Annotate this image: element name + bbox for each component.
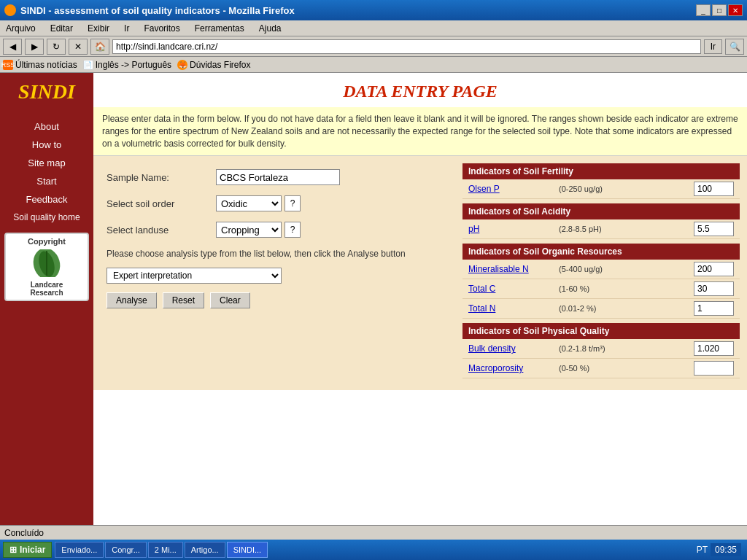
landuse-label: Select landuse	[107, 225, 216, 236]
landcare-logo	[28, 249, 65, 278]
macroporosity-link[interactable]: Macroporosity	[468, 363, 556, 373]
forward-button[interactable]: ▶	[25, 39, 44, 55]
bulkdensity-input[interactable]	[694, 341, 734, 356]
sidebar-item-about[interactable]: About	[0, 118, 93, 135]
totalc-input[interactable]	[694, 281, 734, 296]
landcare-text: LandcareResearch	[30, 281, 63, 297]
menu-exibir[interactable]: Exibir	[85, 23, 112, 34]
right-indicators: Indicators of Soil Fertility Olsen P (0-…	[462, 163, 740, 383]
physical-section: Indicators of Soil Physical Quality Bulk…	[462, 323, 740, 378]
olsen-p-range: (0-250 ug/g)	[559, 184, 694, 193]
maximize-button[interactable]: □	[712, 4, 727, 16]
clear-button[interactable]: Clear	[210, 292, 250, 308]
totaln-range: (0.01-2 %)	[559, 304, 694, 313]
mineraln-row: Mineralisable N (5-400 ug/g)	[462, 260, 740, 279]
sample-name-row: Sample Name:	[107, 169, 445, 185]
fertility-section: Indicators of Soil Fertility Olsen P (0-…	[462, 163, 740, 199]
url-input[interactable]	[112, 39, 701, 54]
olsen-p-link[interactable]: Olsen P	[468, 184, 556, 194]
firefox-icon	[4, 4, 16, 16]
menu-favoritos[interactable]: Favoritos	[141, 23, 182, 34]
go-button[interactable]: Ir	[704, 39, 722, 54]
soil-order-select-wrapper: Oxidic Allophanic Brown ?	[216, 195, 301, 211]
title-bar: SINDI - assessment of soil quality indic…	[0, 0, 747, 20]
analyse-button[interactable]: Analyse	[107, 292, 157, 308]
landuse-select[interactable]: Cropping Pastoral Forest	[216, 222, 282, 238]
sidebar-item-feedback[interactable]: Feedback	[0, 191, 93, 208]
address-bar: ◀ ▶ ↻ ✕ 🏠 Ir 🔍	[0, 36, 747, 57]
bookmark-duvidas[interactable]: 🦊 Dúvidas Firefox	[177, 60, 250, 70]
sidebar-item-sitemap[interactable]: Site map	[0, 155, 93, 171]
landuse-help[interactable]: ?	[285, 222, 301, 238]
mineraln-range: (5-400 ug/g)	[559, 265, 694, 273]
page-content-area: DATA ENTRY PAGE Please enter data in the…	[93, 73, 747, 525]
copyright-label: Copyright	[28, 237, 66, 246]
totaln-row: Total N (0.01-2 %)	[462, 299, 740, 319]
window-title: SINDI - assessment of soil quality indic…	[20, 5, 295, 16]
action-buttons: Analyse Reset Clear	[107, 292, 445, 308]
copyright-box: Copyright LandcareResearch	[4, 233, 88, 301]
macroporosity-input[interactable]	[694, 361, 734, 376]
macroporosity-range: (0-50 %)	[559, 364, 694, 373]
main-content: SINDI About How to Site map Start Feedba…	[0, 73, 747, 525]
refresh-button[interactable]: ↻	[47, 39, 66, 55]
soil-order-select[interactable]: Oxidic Allophanic Brown	[216, 195, 282, 211]
mineraln-input[interactable]	[694, 262, 734, 276]
totaln-input[interactable]	[694, 301, 734, 316]
rss-icon: RSS	[3, 60, 13, 70]
physical-header: Indicators of Soil Physical Quality	[462, 323, 740, 339]
totaln-link[interactable]: Total N	[468, 303, 556, 314]
ph-range: (2.8-8.5 pH)	[559, 225, 694, 233]
bookmark-translator[interactable]: 📄 Inglês -> Português	[83, 60, 171, 70]
info-text: Please enter data in the form below. If …	[93, 107, 747, 156]
ph-input[interactable]	[694, 222, 734, 236]
sidebar-logo: SINDI	[18, 80, 75, 104]
macroporosity-row: Macroporosity (0-50 %)	[462, 359, 740, 378]
sample-name-input[interactable]	[216, 169, 340, 185]
totalc-range: (1-60 %)	[559, 284, 694, 293]
sidebar-item-start[interactable]: Start	[0, 173, 93, 190]
status-text: Concluído	[4, 528, 44, 538]
menu-ajuda[interactable]: Ajuda	[256, 23, 285, 34]
left-form: Sample Name: Select soil order Oxidic Al…	[101, 163, 451, 383]
soil-order-label: Select soil order	[107, 198, 216, 209]
analysis-type-row: Expert interpretation Simple scoring	[107, 268, 445, 284]
bulkdensity-range: (0.2-1.8 t/m³)	[559, 344, 694, 353]
landuse-row: Select landuse Cropping Pastoral Forest …	[107, 222, 445, 238]
totalc-row: Total C (1-60 %)	[462, 279, 740, 299]
page-title: DATA ENTRY PAGE	[93, 73, 747, 107]
home-button[interactable]: 🏠	[90, 39, 109, 55]
menu-arquivo[interactable]: Arquivo	[3, 23, 39, 34]
acidity-header: Indicators of Soil Acidity	[462, 203, 740, 219]
mineraln-link[interactable]: Mineralisable N	[468, 264, 556, 274]
bookmark-noticias[interactable]: RSS Últimas notícias	[3, 60, 77, 70]
form-area: Sample Name: Select soil order Oxidic Al…	[93, 156, 747, 390]
bulkdensity-link[interactable]: Bulk density	[468, 343, 556, 354]
landuse-select-wrapper: Cropping Pastoral Forest ?	[216, 222, 301, 238]
menu-bar: Arquivo Editar Exibir Ir Favoritos Ferra…	[0, 20, 747, 36]
totalc-link[interactable]: Total C	[468, 284, 556, 294]
sidebar-navigation: About How to Site map Start Feedback Soi…	[0, 118, 93, 225]
soil-order-help[interactable]: ?	[285, 195, 301, 211]
organic-section: Indicators of Soil Organic Resources Min…	[462, 244, 740, 319]
minimize-button[interactable]: _	[696, 4, 711, 16]
close-button[interactable]: ✕	[728, 4, 743, 16]
stop-button[interactable]: ✕	[69, 39, 88, 55]
search-button[interactable]: 🔍	[725, 39, 744, 55]
olsen-p-input[interactable]	[694, 182, 734, 196]
menu-ir[interactable]: Ir	[121, 23, 132, 34]
bulkdensity-row: Bulk density (0.2-1.8 t/m³)	[462, 339, 740, 359]
menu-editar[interactable]: Editar	[47, 23, 76, 34]
ph-link[interactable]: pH	[468, 224, 556, 234]
analysis-type-select[interactable]: Expert interpretation Simple scoring	[107, 268, 282, 284]
back-button[interactable]: ◀	[3, 39, 22, 55]
analysis-description: Please choose analysis type from the lis…	[107, 248, 445, 260]
firefox-bookmark-icon: 🦊	[177, 60, 187, 70]
menu-ferramentas[interactable]: Ferramentas	[192, 23, 247, 34]
fertility-header: Indicators of Soil Fertility	[462, 163, 740, 179]
soil-order-row: Select soil order Oxidic Allophanic Brow…	[107, 195, 445, 211]
sidebar-item-soilquality[interactable]: Soil quality home	[0, 209, 93, 225]
sidebar: SINDI About How to Site map Start Feedba…	[0, 73, 93, 525]
sidebar-item-howto[interactable]: How to	[0, 136, 93, 153]
reset-button[interactable]: Reset	[163, 292, 204, 308]
